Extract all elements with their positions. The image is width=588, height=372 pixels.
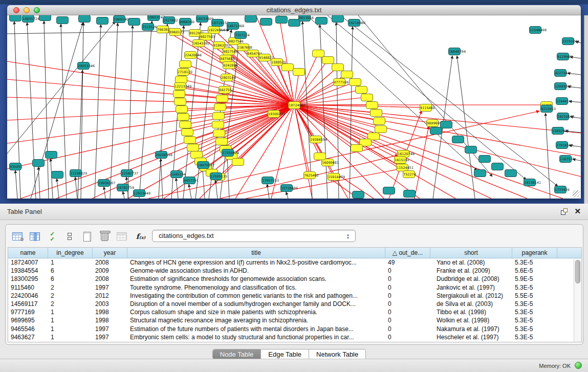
graph-node-teal[interactable] [505,169,517,177]
cell-title[interactable]: Corpus callosum shape and size in male p… [127,308,385,316]
graph-node-teal[interactable] [56,16,69,24]
graph-node-yellow[interactable]: 7625402 [303,171,316,179]
graph-node-yellow[interactable] [173,90,185,98]
graph-node-yellow[interactable] [232,158,244,166]
cell-out_degree[interactable]: 0 [385,308,430,316]
graph-node-teal[interactable] [128,18,140,26]
cell-pagerank[interactable]: 5.3E-5 [512,283,557,292]
graph-node-teal[interactable]: 1545194 [170,170,183,178]
graph-node-teal[interactable]: 19958187 [98,179,110,187]
graph-node-teal[interactable] [440,121,452,128]
graph-node-teal[interactable]: 12505135 [210,172,222,180]
graph-node-yellow[interactable]: 16543382 [192,39,205,47]
cell-in_degree[interactable]: 1 [48,316,93,324]
graph-node-teal[interactable]: 12342737 [121,169,133,177]
graph-node-yellow[interactable]: 9777169 [333,78,345,86]
column-header-short[interactable]: short [430,248,512,258]
graph-node-teal[interactable]: 14138141 [524,179,536,186]
graph-node-teal[interactable] [474,169,486,177]
cell-out_degree[interactable]: 0 [385,292,430,300]
graph-node-teal[interactable]: 20053346 [77,62,90,70]
table-row[interactable]: 1872400712008Changes of HCN gene express… [8,258,581,267]
graph-node-yellow[interactable]: 9242844 [223,61,235,69]
close-panel-icon[interactable]: ✕ [574,207,581,216]
graph-node-yellow[interactable]: 7663822 [157,26,169,33]
graph-node-teal[interactable] [332,15,344,23]
graph-node-teal[interactable] [275,16,288,24]
graph-node-teal[interactable] [452,136,464,143]
graph-node-teal[interactable]: 7357224 [234,31,247,39]
graph-node-teal[interactable] [96,17,108,25]
cell-in_degree[interactable]: 6 [48,275,93,283]
cell-year[interactable]: 2009 [93,267,127,275]
cell-year[interactable]: 2008 [93,275,127,283]
graph-node-teal[interactable]: 12923448 [133,189,145,197]
graph-node-teal[interactable]: 14055724 [22,15,34,23]
cell-pagerank[interactable]: 5.3E-5 [512,325,557,333]
cell-in_degree[interactable]: 1 [48,258,93,267]
graph-node-teal[interactable]: 14671368 [227,22,239,30]
graph-node-teal[interactable] [465,146,477,154]
cell-name[interactable]: 18300295 [8,275,48,283]
graph-node-yellow[interactable]: 9146821 [258,54,271,61]
graph-node-teal[interactable]: 7515526 [142,23,154,31]
cell-name[interactable]: 9463627 [8,333,48,341]
close-window-button[interactable] [13,7,19,13]
cell-title[interactable]: Structural magnetic resonance image aver… [127,316,385,324]
graph-node-yellow[interactable]: 1615192 [394,156,406,164]
table-row[interactable]: 946362711997Embryonic stem cells: a mode… [8,333,581,341]
graph-node-teal[interactable]: 19218986 [348,19,360,27]
graph-node-teal[interactable] [478,155,491,163]
graph-node-yellow[interactable] [312,50,324,57]
cell-year[interactable]: 2008 [93,258,127,267]
cell-short[interactable]: Dudbridge et al. (2008) [430,275,512,283]
scrollbar-thumb[interactable] [575,260,580,283]
cell-title[interactable]: Embryonic stem cells: a model to study s… [127,333,385,341]
graph-node-yellow[interactable] [212,121,224,128]
cell-year[interactable]: 2012 [93,292,127,300]
cell-short[interactable]: Franke et al. (2009) [430,267,512,275]
graph-node-yellow[interactable]: 9827548 [223,48,235,55]
graph-node-yellow[interactable] [212,112,225,120]
graph-node-yellow[interactable] [179,60,191,68]
cell-in_degree[interactable]: 1 [48,325,93,333]
graph-node-yellow[interactable]: 8454743 [247,50,259,57]
graph-node-teal[interactable]: 9129946 [557,53,569,60]
cell-pagerank[interactable]: 5.6E-5 [512,267,557,275]
cell-name[interactable]: 18724007 [8,258,48,267]
graph-node-teal[interactable]: 17957253 [262,177,274,184]
graph-node-yellow[interactable]: 22420046 [184,51,197,59]
cell-out_degree[interactable]: 0 [385,316,430,324]
cell-name[interactable]: 9699695 [8,316,48,324]
cell-year[interactable]: 1997 [93,325,127,333]
cell-year[interactable]: 1998 [93,308,127,316]
table-settings-button[interactable]: ⚙ [10,229,25,244]
graph-node-teal[interactable]: 8813054 [298,15,311,21]
cell-name[interactable]: 9777169 [8,308,48,316]
cell-pagerank[interactable]: 5.3E-5 [512,333,557,341]
tab-edge-table[interactable]: Edge Table [261,349,309,360]
graph-node-yellow[interactable] [355,86,367,94]
graph-node-teal[interactable]: 10653247 [147,15,160,21]
network-view-window[interactable]: citations_edges.txt 18724007183002951938… [7,5,581,199]
cell-name[interactable]: 9115460 [8,283,48,292]
cell-title[interactable]: Investigating the contribution of common… [127,292,385,300]
graph-node-yellow[interactable]: 2718120 [177,68,189,76]
graph-node-yellow[interactable] [176,105,188,113]
graph-node-yellow[interactable] [349,78,361,86]
table-row[interactable]: 946554611997Estimation of the future num… [8,325,581,333]
table-row[interactable]: 1938455462009Genome-wide association stu… [8,267,581,275]
graph-node-yellow[interactable] [322,56,334,64]
column-header-pagerank[interactable]: pagerank [512,248,557,258]
graph-node-teal[interactable]: 15751074 [562,37,574,45]
graph-node-yellow[interactable] [375,125,387,133]
graph-node-yellow[interactable] [351,144,363,152]
cell-pagerank[interactable]: 5.9E-5 [512,275,557,283]
window-resize-grip[interactable] [573,190,580,198]
cell-title[interactable]: Estimation of the future numbers of pati… [127,325,385,333]
graph-node-teal[interactable]: 16033809 [196,15,208,23]
new-column-button[interactable] [79,229,95,244]
select-column-button[interactable] [27,229,42,244]
cell-out_degree[interactable]: 0 [385,283,430,292]
graph-node-teal[interactable] [403,190,416,198]
